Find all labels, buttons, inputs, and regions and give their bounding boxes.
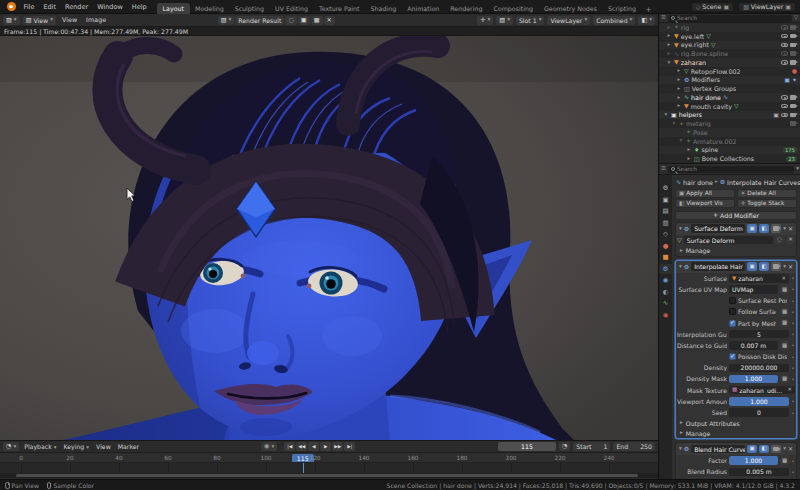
close-image-icon[interactable]: ✕ (324, 16, 335, 25)
browse-image-button[interactable]: ▨ ▾ (218, 16, 235, 25)
attribute-picker-icon[interactable]: ▦ (780, 375, 789, 384)
render-camera-icon[interactable] (790, 60, 796, 65)
use-preview-range-toggle[interactable]: ◔ (559, 442, 570, 451)
jump-to-end-button[interactable]: ▶| (344, 442, 355, 451)
render-camera-icon[interactable] (790, 43, 796, 48)
close-icon[interactable]: ✕ (787, 387, 792, 393)
properties-search-input[interactable]: Search (668, 166, 794, 173)
auto-keying-toggle[interactable]: ◉▾ (261, 442, 277, 451)
outliner-row[interactable]: ▸ ◫ Vertex Groups (659, 84, 800, 93)
collapse-icon[interactable]: ▾ (671, 121, 677, 127)
tab-view-layer[interactable]: ▥ (659, 218, 672, 229)
delete-all-button[interactable]: ✕Delete All (737, 189, 797, 198)
breadcrumb-modifier[interactable]: Interpolate Hair Curves (727, 179, 800, 186)
timeline-track[interactable] (0, 463, 658, 473)
outliner-row[interactable]: ▾ ▼ zaharan (659, 58, 800, 67)
animate-dot[interactable]: • (791, 275, 795, 281)
animate-dot[interactable]: • (791, 342, 795, 348)
outliner-row[interactable]: ▸ ∿ hair done ∿ (659, 93, 800, 102)
tab-geometry-nodes[interactable]: Geometry Nodes (538, 3, 602, 14)
toggle-stack-button[interactable]: ✛Toggle Stack (737, 199, 797, 208)
collapse-icon[interactable]: ▾ (666, 60, 672, 66)
modifier-name-field[interactable]: Interpolate Hair ... (691, 262, 745, 271)
modifier-header[interactable]: ▾ ⚙ Surface Deform ▣ ◧ ▾ ✕ (676, 223, 796, 235)
render-toggle[interactable] (771, 262, 781, 271)
extras-menu-icon[interactable]: ▾ (783, 264, 786, 270)
animate-dot[interactable]: • (791, 398, 795, 404)
expand-icon[interactable]: ▸ (666, 51, 672, 57)
tab-modeling[interactable]: Modeling (190, 3, 230, 14)
attribute-picker-icon[interactable]: ▦ (780, 285, 789, 294)
manage-section[interactable]: ▸ Manage (676, 428, 796, 438)
mode-selector[interactable]: ▨ View ▾ (23, 16, 56, 25)
tab-sculpting[interactable]: Sculpting (229, 3, 269, 14)
animate-dot[interactable]: • (791, 458, 795, 464)
collapse-icon[interactable]: ▾ (663, 112, 669, 118)
outliner-row[interactable]: ▸ ▼ eye.right ▽ (659, 41, 800, 50)
tab-object[interactable]: ■ (659, 252, 672, 263)
next-keyframe-button[interactable]: ▶▶ (332, 442, 343, 451)
expand-icon[interactable]: ▸ (676, 77, 682, 83)
menu-view[interactable]: View (94, 443, 113, 450)
scene-selector[interactable]: ◇ Scene ▣ (691, 2, 735, 12)
pass-selector[interactable]: Combined▾ (593, 16, 635, 25)
animate-dot[interactable]: • (791, 410, 795, 416)
close-icon[interactable]: ✕ (786, 236, 795, 245)
tab-shading[interactable]: Shading (365, 3, 402, 14)
attribute-picker-icon[interactable]: ▦ (780, 456, 789, 465)
animate-dot[interactable]: • (791, 354, 795, 360)
close-icon[interactable]: ✕ (788, 264, 793, 270)
slot-selector[interactable]: Slot 1▾ (516, 16, 545, 25)
tab-material[interactable]: ◉ (659, 310, 672, 321)
unlink-image-icon[interactable]: ◌ (285, 16, 296, 25)
menu-help[interactable]: Help (127, 3, 151, 11)
hide-eye-icon[interactable] (781, 95, 788, 100)
expand-icon[interactable]: ▸ (666, 25, 672, 31)
density-mask-slider[interactable]: 1.000 (729, 375, 778, 384)
close-icon[interactable]: ✕ (788, 226, 793, 232)
manage-section[interactable]: ▸ Manage (676, 246, 796, 256)
expand-icon[interactable]: ▸ (676, 86, 682, 92)
viewport-amount-slider[interactable]: 1.000 (729, 397, 789, 406)
expand-icon[interactable]: ▸ (676, 103, 682, 109)
collapse-icon[interactable]: ▾ (679, 264, 682, 270)
render-camera-icon[interactable] (790, 51, 796, 56)
animate-dot[interactable]: • (791, 331, 795, 337)
target-object-field[interactable]: Surface Deform (684, 236, 773, 245)
attribute-picker-icon[interactable]: ▦ (780, 308, 789, 317)
layer-selector[interactable]: ViewLayer▾ (547, 16, 590, 25)
surface-rest-position-checkbox[interactable] (729, 297, 736, 304)
render-camera-icon[interactable] (790, 25, 796, 30)
tab-render[interactable]: ▣ (659, 195, 672, 206)
editor-type-button[interactable]: ◔ ▾ (3, 442, 19, 451)
outliner-row[interactable]: ✦ Pose (659, 128, 800, 137)
tab-modifiers[interactable]: ⚙ (659, 264, 672, 275)
tab-texture-paint[interactable]: Texture Paint (313, 3, 365, 14)
realtime-toggle[interactable]: ◧ (759, 224, 769, 233)
jump-to-start-button[interactable]: |◀ (284, 442, 295, 451)
tab-output[interactable]: ▤ (659, 206, 672, 217)
image-name-field[interactable]: Render Result (235, 16, 284, 25)
animate-dot[interactable]: • (791, 298, 795, 304)
expand-icon[interactable]: ▸ (686, 156, 692, 162)
frame-end-field[interactable]: End250 (613, 442, 655, 451)
menu-view[interactable]: View (59, 16, 80, 24)
add-workspace-button[interactable]: + (642, 7, 656, 14)
tab-scripting[interactable]: Scripting (603, 3, 642, 14)
tab-uv-editing[interactable]: UV Editing (270, 3, 314, 14)
outliner-row[interactable]: ▸ ◫ Bone Collections 23 (659, 154, 800, 163)
close-icon[interactable]: ✕ (788, 446, 793, 452)
hide-eye-icon[interactable] (781, 34, 788, 39)
exclude-checkbox-icon[interactable]: ▣ (773, 112, 779, 118)
density-field[interactable]: 200000.000 (729, 364, 789, 373)
expand-icon[interactable]: ▸ (666, 42, 672, 48)
mask-texture-field[interactable]: ▩ zaharan_udi... ✕ (729, 386, 795, 395)
image-editor-viewport[interactable] (0, 36, 658, 440)
tab-animation[interactable]: Animation (402, 3, 445, 14)
poisson-disk-checkbox[interactable] (729, 353, 736, 360)
filter-icon[interactable]: ▽ (794, 15, 798, 21)
tab-rendering[interactable]: Rendering (445, 3, 488, 14)
current-frame-field[interactable]: 115 (498, 442, 556, 451)
chevron-down-icon[interactable]: ▾ (796, 166, 799, 172)
outliner-row[interactable]: ▾ ✦ metarig (659, 119, 800, 128)
